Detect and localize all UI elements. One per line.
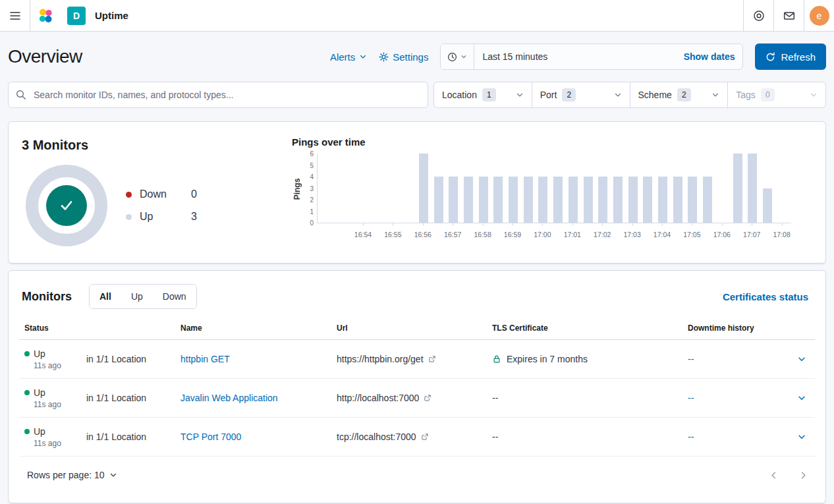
- up-value: 3: [191, 211, 197, 223]
- ping-bar: [538, 177, 547, 223]
- filter-scheme[interactable]: Scheme 2: [630, 82, 729, 107]
- tab-all[interactable]: All: [90, 285, 121, 308]
- y-tick-label: 2: [310, 197, 314, 204]
- x-tick-label: 16:55: [379, 231, 406, 238]
- x-tick-label: 16:59: [499, 231, 526, 238]
- chevron-down-icon: [460, 53, 467, 60]
- x-tick-mark: [722, 223, 723, 226]
- search-filter-row: Location 1 Port 2 Scheme 2: [8, 82, 826, 108]
- up-dot: [126, 214, 132, 220]
- menu-button[interactable]: [0, 0, 30, 31]
- rows-per-page-label: Rows per page: 10: [27, 470, 105, 480]
- tab-up[interactable]: Up: [121, 285, 153, 308]
- ping-bar: [688, 177, 697, 223]
- previous-page-button[interactable]: [769, 470, 779, 480]
- down-label: Down: [140, 188, 178, 200]
- quick-select-button[interactable]: [441, 44, 474, 69]
- pings-chart-block: Pings over time Pings 0123456 16:5416:55…: [283, 132, 815, 252]
- tls-text: --: [492, 432, 498, 442]
- alerts-menu-button[interactable]: Alerts: [330, 51, 367, 63]
- external-link-icon[interactable]: [421, 433, 429, 441]
- x-tick-label: 17:00: [529, 231, 555, 238]
- ping-bar: [628, 177, 638, 223]
- up-label: Up: [140, 211, 178, 223]
- ping-bar: [569, 177, 578, 223]
- monitor-name-link[interactable]: Javalin Web Application: [181, 393, 278, 403]
- ping-bar: [673, 177, 682, 223]
- x-tick-label: 17:01: [559, 231, 586, 238]
- monitors-count-title: 3 Monitors: [22, 138, 283, 153]
- x-tick-label: 17:03: [619, 231, 646, 238]
- next-page-button[interactable]: [798, 470, 808, 480]
- status-up-dot: [24, 429, 30, 434]
- filter-tags[interactable]: Tags 0: [728, 82, 825, 107]
- expand-row-button[interactable]: [789, 393, 815, 403]
- monitor-name-link[interactable]: TCP Port 7000: [181, 432, 241, 442]
- column-name: Name: [175, 323, 331, 333]
- x-tick-mark: [572, 223, 573, 226]
- monitor-name-link[interactable]: httpbin GET: [181, 354, 230, 364]
- filter-label: Port: [540, 90, 557, 100]
- hamburger-icon: [10, 11, 20, 21]
- show-dates-button[interactable]: Show dates: [676, 51, 743, 62]
- status-up-dot: [24, 390, 30, 395]
- status-ago: 11s ago: [34, 439, 86, 448]
- ping-bar: [449, 177, 458, 223]
- x-tick-label: 16:57: [439, 231, 466, 238]
- x-tick-mark: [513, 223, 513, 226]
- elastic-logo-button[interactable]: [30, 0, 61, 31]
- x-tick-mark: [483, 223, 484, 226]
- x-tick-label: 17:02: [589, 231, 615, 238]
- x-tick-label: 17:04: [649, 231, 675, 238]
- expand-row-button[interactable]: [789, 354, 815, 364]
- tab-down[interactable]: Down: [153, 285, 196, 308]
- rows-per-page-button[interactable]: Rows per page: 10: [23, 469, 121, 481]
- x-tick-label: 16:56: [410, 231, 436, 238]
- help-icon: [753, 10, 765, 22]
- refresh-label: Refresh: [781, 51, 816, 63]
- time-range-value[interactable]: Last 15 minutes: [474, 51, 675, 62]
- status-legend: Down 0 Up 3: [126, 188, 197, 223]
- external-link-icon[interactable]: [424, 394, 431, 402]
- status-ago: 11s ago: [34, 361, 86, 370]
- ping-bar: [643, 177, 652, 223]
- help-button[interactable]: [743, 0, 773, 31]
- legend-down: Down 0: [126, 188, 197, 200]
- x-tick-mark: [423, 223, 424, 226]
- x-tick-mark: [602, 223, 603, 226]
- y-tick-label: 5: [310, 163, 314, 169]
- filter-port[interactable]: Port 2: [532, 82, 630, 107]
- expand-row-button[interactable]: [789, 432, 815, 441]
- newsfeed-button[interactable]: [773, 0, 804, 31]
- filter-location[interactable]: Location 1: [434, 82, 532, 107]
- chart-y-axis: 0123456: [302, 154, 317, 223]
- monitor-url: tcp://localhost:7000: [337, 432, 416, 442]
- table-row: Up 11s ago in 1/1 Location TCP Port 7000…: [19, 418, 815, 457]
- legend-up: Up 3: [126, 211, 197, 223]
- column-downtime: Downtime history: [682, 323, 789, 333]
- alerts-label: Alerts: [330, 51, 355, 63]
- ping-bar: [748, 154, 757, 223]
- ping-bar: [613, 177, 623, 223]
- refresh-button[interactable]: Refresh: [755, 43, 826, 70]
- page-title: Overview: [8, 46, 82, 67]
- ping-bar: [763, 188, 772, 223]
- deployment-badge[interactable]: D: [67, 7, 86, 25]
- filter-count-badge: 1: [482, 88, 496, 101]
- user-menu-button[interactable]: e: [804, 0, 834, 31]
- ping-bar: [434, 177, 443, 223]
- date-time-picker: Last 15 minutes Show dates: [440, 43, 743, 70]
- settings-button[interactable]: Settings: [379, 51, 428, 63]
- search-input[interactable]: [8, 82, 428, 108]
- x-tick-mark: [752, 223, 752, 226]
- x-tick-mark: [453, 223, 453, 226]
- chevron-down-icon: [614, 91, 622, 99]
- status-text: Up: [34, 426, 45, 437]
- x-tick-mark: [692, 223, 692, 226]
- external-link-icon[interactable]: [428, 355, 436, 363]
- y-tick-label: 6: [310, 151, 314, 157]
- certificates-status-link[interactable]: Certificates status: [719, 291, 812, 303]
- x-tick-mark: [782, 223, 783, 226]
- all-up-check-icon: [46, 185, 87, 226]
- location-text: in 1/1 Location: [86, 393, 146, 403]
